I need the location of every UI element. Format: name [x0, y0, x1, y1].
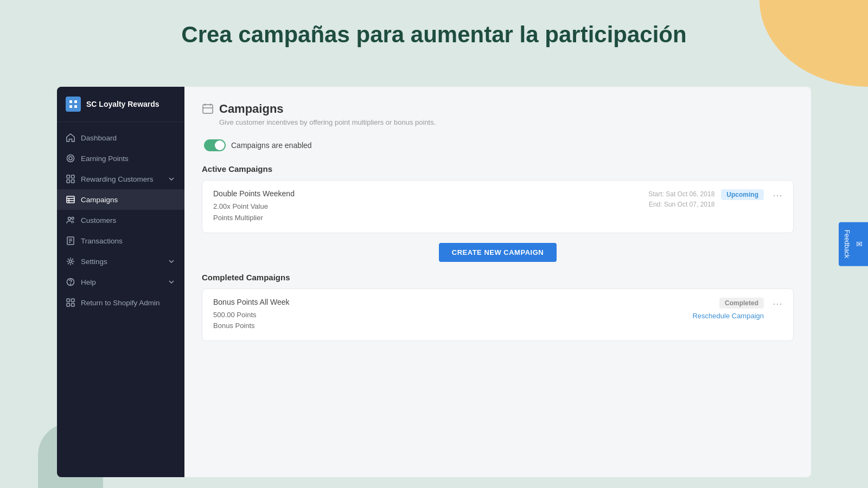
svg-rect-0 [69, 100, 72, 103]
campaign-start-date: Start: Sat Oct 06, 2018 [648, 189, 714, 200]
active-campaign-detail2: Points Multiplier [213, 213, 295, 224]
content-title: Campaigns [219, 102, 436, 116]
main-layout: SC Loyalty Rewards Dashboard [57, 87, 811, 477]
active-campaigns-title: Active Campaigns [202, 164, 794, 174]
sidebar-item-settings[interactable]: Settings [57, 251, 184, 272]
toggle-knob [215, 140, 225, 150]
svg-rect-9 [72, 180, 75, 183]
svg-point-14 [68, 217, 71, 220]
receipt-icon [66, 236, 75, 246]
home-icon [66, 133, 75, 143]
svg-point-22 [71, 284, 71, 285]
campaigns-toggle-row: Campaigns are enabled [202, 139, 794, 151]
campaign-status-completed: Completed [719, 298, 764, 309]
create-campaign-button[interactable]: CREATE NEW CAMPAIGN [439, 243, 557, 262]
svg-point-15 [72, 217, 74, 220]
svg-rect-3 [74, 105, 77, 108]
svg-rect-8 [67, 180, 70, 183]
page-hero-title: Crea campañas para aumentar la participa… [0, 22, 868, 48]
campaign-menu-button[interactable]: ⋯ [773, 189, 782, 201]
sidebar-item-earning-points[interactable]: Earning Points [57, 148, 184, 169]
sidebar-nav: Dashboard Earning Points [57, 122, 184, 318]
users-icon [66, 215, 75, 225]
svg-rect-1 [74, 100, 77, 103]
chevron-down-icon [167, 175, 176, 183]
svg-rect-7 [72, 175, 75, 178]
campaign-end-date: End: Sun Oct 07, 2018 [648, 200, 714, 210]
chevron-down-icon-help [167, 278, 176, 286]
create-campaign-row: CREATE NEW CAMPAIGN [202, 243, 794, 262]
completed-campaign-actions: Completed Reschedule Campaign [692, 298, 764, 320]
svg-rect-26 [72, 304, 75, 307]
svg-rect-10 [67, 196, 74, 203]
svg-rect-2 [69, 105, 72, 108]
svg-rect-23 [67, 299, 70, 302]
feedback-icon: ✉ [855, 240, 864, 248]
active-campaign-card: Double Points Weekend 2.00x Point Value … [202, 180, 794, 233]
sidebar-item-dashboard[interactable]: Dashboard [57, 127, 184, 148]
active-campaign-name: Double Points Weekend [213, 189, 295, 198]
campaigns-icon [202, 103, 214, 117]
grid-square-icon [66, 298, 75, 307]
svg-point-4 [67, 155, 74, 162]
main-content: Campaigns Give customer incentives by of… [184, 87, 811, 477]
campaign-left: Double Points Weekend 2.00x Point Value … [213, 189, 295, 224]
campaign-dates: Start: Sat Oct 06, 2018 End: Sun Oct 07,… [648, 189, 714, 210]
chevron-down-icon-settings [167, 257, 176, 266]
campaigns-toggle[interactable] [204, 139, 226, 151]
content-header: Campaigns Give customer incentives by of… [202, 102, 794, 126]
feedback-tab[interactable]: ✉ Feedback [839, 222, 868, 266]
completed-campaign-card: Bonus Points All Week 500.00 Points Bonu… [202, 288, 794, 342]
sidebar-item-help[interactable]: Help [57, 272, 184, 292]
svg-point-20 [69, 260, 72, 263]
completed-campaign-card-inner: Bonus Points All Week 500.00 Points Bonu… [213, 298, 782, 332]
sidebar-item-return-shopify[interactable]: Return to Shopify Admin [57, 292, 184, 313]
gear-icon [66, 256, 75, 266]
sidebar: SC Loyalty Rewards Dashboard [57, 87, 184, 477]
completed-campaigns-title: Completed Campaigns [202, 273, 794, 282]
grid-icon [66, 174, 75, 184]
campaign-right: Start: Sat Oct 06, 2018 End: Sun Oct 07,… [648, 189, 782, 210]
content-description: Give customer incentives by offering poi… [219, 118, 436, 126]
completed-campaign-left: Bonus Points All Week 500.00 Points Bonu… [213, 298, 290, 332]
circle-target-icon [66, 153, 75, 163]
table-icon [66, 195, 75, 204]
help-circle-icon [66, 277, 75, 287]
sidebar-item-transactions[interactable]: Transactions [57, 230, 184, 251]
brand-icon [66, 97, 81, 112]
completed-campaign-detail1: 500.00 Points [213, 310, 290, 321]
feedback-label: Feedback [843, 230, 851, 259]
toggle-label: Campaigns are enabled [231, 141, 312, 150]
content-header-text: Campaigns Give customer incentives by of… [219, 102, 436, 126]
completed-campaign-right: Completed Reschedule Campaign ⋯ [692, 298, 782, 320]
active-campaign-detail1: 2.00x Point Value [213, 201, 295, 213]
completed-campaign-menu-button[interactable]: ⋯ [773, 298, 782, 310]
svg-rect-25 [67, 304, 70, 307]
sidebar-item-rewarding-customers[interactable]: Rewarding Customers [57, 169, 184, 189]
sidebar-item-customers[interactable]: Customers [57, 210, 184, 230]
reschedule-campaign-link[interactable]: Reschedule Campaign [692, 312, 764, 320]
completed-campaign-name: Bonus Points All Week [213, 298, 290, 306]
sidebar-item-campaigns[interactable]: Campaigns [57, 189, 184, 210]
active-campaign-card-inner: Double Points Weekend 2.00x Point Value … [213, 189, 782, 224]
campaign-status-upcoming: Upcoming [721, 189, 764, 200]
completed-campaign-detail2: Bonus Points [213, 320, 290, 332]
svg-point-5 [69, 157, 72, 160]
svg-rect-6 [67, 175, 70, 178]
brand-name: SC Loyalty Rewards [86, 100, 159, 108]
sidebar-brand: SC Loyalty Rewards [57, 87, 184, 122]
svg-rect-27 [203, 105, 213, 113]
svg-rect-24 [72, 299, 75, 302]
